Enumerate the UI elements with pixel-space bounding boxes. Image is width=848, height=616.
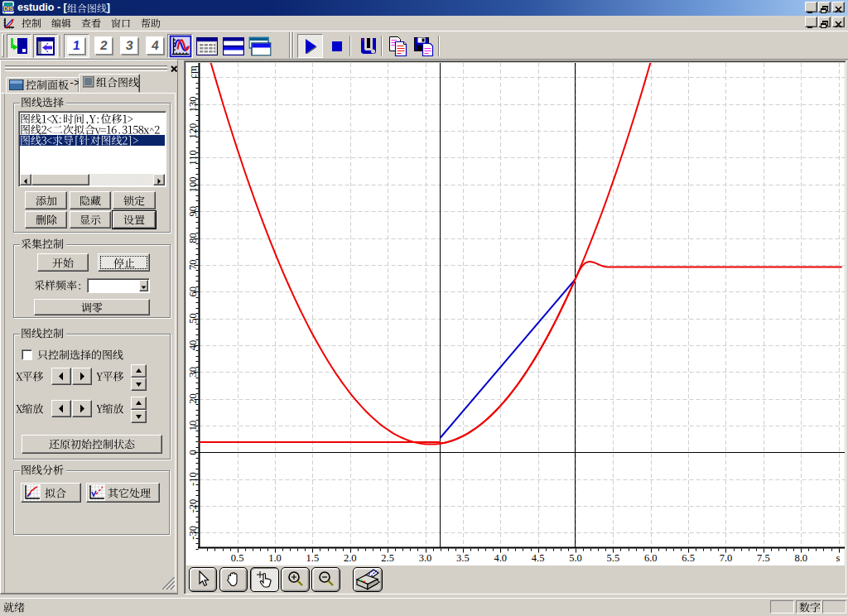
- svg-text:7.5: 7.5: [757, 552, 770, 564]
- svg-text:80: 80: [187, 233, 199, 243]
- svg-text:0.5: 0.5: [231, 552, 244, 564]
- svg-text:DIS: DIS: [3, 5, 13, 12]
- svg-text:2.5: 2.5: [381, 552, 394, 564]
- svg-text:4.5: 4.5: [532, 552, 545, 564]
- svg-text:90: 90: [187, 206, 199, 217]
- svg-text:2.0: 2.0: [344, 552, 357, 564]
- svg-text:cm: cm: [187, 65, 199, 79]
- svg-text:5.5: 5.5: [607, 552, 620, 564]
- svg-text:40: 40: [187, 340, 199, 351]
- svg-text:-20: -20: [187, 499, 199, 513]
- svg-text:4.0: 4.0: [494, 552, 507, 564]
- svg-text:3.0: 3.0: [419, 552, 432, 564]
- svg-text:10: 10: [187, 421, 199, 431]
- svg-text:5.0: 5.0: [569, 552, 582, 564]
- svg-text:1.0: 1.0: [268, 552, 282, 564]
- svg-text:8.0: 8.0: [794, 552, 807, 564]
- svg-text:60: 60: [187, 286, 199, 297]
- svg-text:6.5: 6.5: [682, 552, 695, 564]
- svg-text:50: 50: [187, 313, 199, 324]
- svg-text:70: 70: [187, 260, 199, 271]
- svg-text:20: 20: [187, 393, 199, 404]
- svg-text:1.5: 1.5: [306, 552, 320, 564]
- svg-text:0: 0: [187, 450, 199, 455]
- svg-text:-10: -10: [187, 472, 199, 486]
- svg-text:7.0: 7.0: [720, 552, 733, 564]
- svg-text:120: 120: [187, 123, 199, 139]
- svg-text:-30: -30: [187, 526, 199, 540]
- svg-text:130: 130: [187, 96, 199, 112]
- svg-text:100: 100: [187, 176, 199, 192]
- svg-text:30: 30: [187, 367, 199, 378]
- svg-text:s: s: [836, 552, 841, 564]
- svg-text:3.5: 3.5: [456, 552, 470, 564]
- svg-text:110: 110: [187, 150, 199, 165]
- svg-text:6.0: 6.0: [644, 552, 658, 564]
